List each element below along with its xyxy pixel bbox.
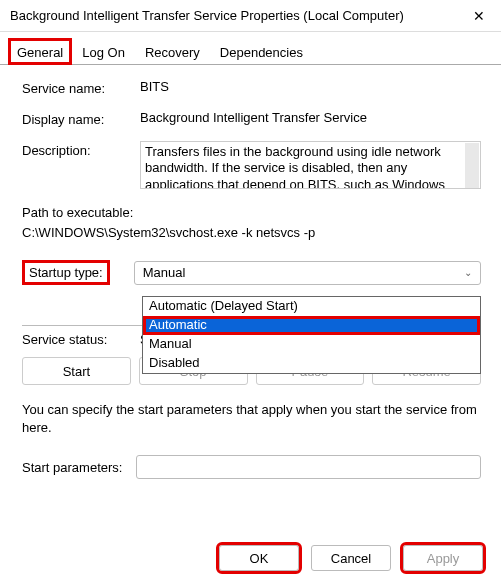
apply-button: Apply <box>403 545 483 571</box>
option-automatic[interactable]: Automatic <box>143 316 480 335</box>
start-button[interactable]: Start <box>22 357 131 385</box>
service-name-value: BITS <box>140 79 481 94</box>
start-params-input[interactable] <box>136 455 481 479</box>
description-scrollbar[interactable] <box>465 143 479 189</box>
tab-logon[interactable]: Log On <box>72 39 135 64</box>
tab-recovery[interactable]: Recovery <box>135 39 210 64</box>
startup-type-selected: Manual <box>143 265 186 280</box>
option-disabled[interactable]: Disabled <box>143 354 480 373</box>
display-name-value: Background Intelligent Transfer Service <box>140 110 481 125</box>
titlebar: Background Intelligent Transfer Service … <box>0 0 501 32</box>
path-value: C:\WINDOWS\System32\svchost.exe -k netsv… <box>22 223 481 243</box>
option-manual[interactable]: Manual <box>143 335 480 354</box>
display-name-row: Display name: Background Intelligent Tra… <box>22 110 481 127</box>
option-automatic-delayed[interactable]: Automatic (Delayed Start) <box>143 297 480 316</box>
display-name-label: Display name: <box>22 110 140 127</box>
startup-type-label: Startup type: <box>29 265 103 280</box>
tab-general-highlight: General <box>8 38 72 65</box>
startup-type-highlight: Startup type: <box>22 260 110 285</box>
content-area: Service name: BITS Display name: Backgro… <box>0 65 501 489</box>
description-row: Description: Transfers files in the back… <box>22 141 481 189</box>
close-button[interactable]: ✕ <box>457 0 501 32</box>
service-status-label: Service status: <box>22 332 140 347</box>
close-icon: ✕ <box>473 8 485 24</box>
startup-type-row: Startup type: Manual ⌄ <box>22 260 481 285</box>
chevron-down-icon: ⌄ <box>464 267 472 278</box>
cancel-button[interactable]: Cancel <box>311 545 391 571</box>
path-label: Path to executable: <box>22 203 481 223</box>
start-params-row: Start parameters: <box>22 455 481 479</box>
ok-button[interactable]: OK <box>219 545 299 571</box>
tab-general-wrap[interactable]: General <box>8 38 72 65</box>
path-block: Path to executable: C:\WINDOWS\System32\… <box>22 203 481 242</box>
tab-general-label: General <box>17 45 63 60</box>
tab-bar: General Log On Recovery Dependencies <box>0 32 501 65</box>
startup-type-select[interactable]: Manual ⌄ <box>134 261 481 285</box>
description-label: Description: <box>22 141 140 158</box>
start-params-note: You can specify the start parameters tha… <box>22 401 481 437</box>
dialog-footer: OK Cancel Apply <box>219 545 483 571</box>
tab-dependencies[interactable]: Dependencies <box>210 39 313 64</box>
window-title: Background Intelligent Transfer Service … <box>10 8 404 23</box>
description-box[interactable]: Transfers files in the background using … <box>140 141 481 189</box>
service-name-row: Service name: BITS <box>22 79 481 96</box>
service-name-label: Service name: <box>22 79 140 96</box>
start-params-label: Start parameters: <box>22 460 122 475</box>
description-text: Transfers files in the background using … <box>145 144 445 189</box>
startup-type-dropdown[interactable]: Automatic (Delayed Start) Automatic Manu… <box>142 296 481 374</box>
